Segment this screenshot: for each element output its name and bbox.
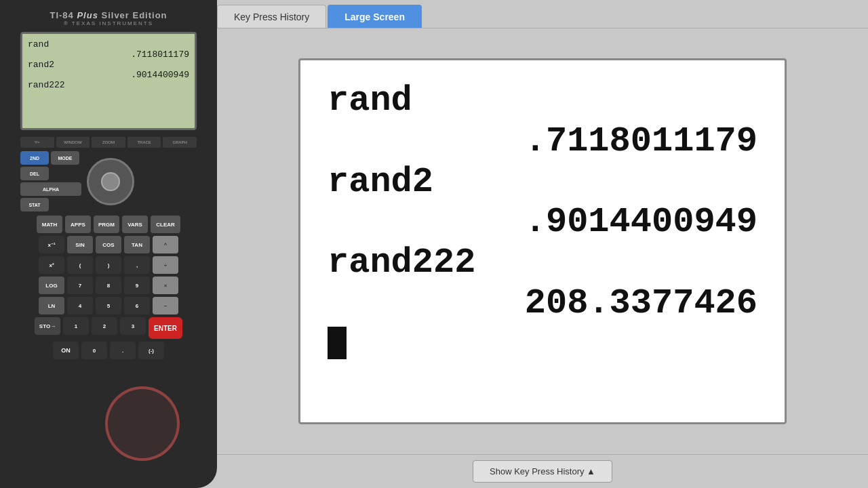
7-button[interactable]: 7: [67, 277, 93, 294]
clear-button[interactable]: CLEAR: [151, 216, 180, 233]
large-line-rand222-val: 208.3377426: [328, 283, 757, 324]
0-button[interactable]: 0: [81, 342, 107, 359]
del-button[interactable]: DEL: [20, 167, 49, 180]
tab-bar: Key Press History Large Screen: [217, 0, 868, 28]
zoom-button[interactable]: ZOOM: [92, 137, 125, 148]
screen-line-3: rand2: [28, 60, 189, 70]
large-line-rand222: rand222: [328, 243, 757, 283]
log-button[interactable]: LOG: [39, 277, 64, 294]
open-paren-button[interactable]: (: [67, 256, 93, 274]
comma-button[interactable]: ,: [124, 256, 150, 274]
large-line-rand-val: .7118011179: [328, 121, 757, 162]
brand-sub: ® TEXAS INSTRUMENTS: [50, 20, 167, 26]
left-buttons: 2ND MODE DEL ALPHA STAT: [20, 151, 81, 211]
apps-button[interactable]: APPS: [65, 216, 91, 233]
graph-button[interactable]: GRAPH: [163, 137, 197, 148]
calculator-panel: TI-84 Plus Silver Edition ® TEXAS INSTRU…: [0, 0, 217, 488]
subtract-button[interactable]: −: [153, 297, 178, 314]
multiply-button[interactable]: ×: [153, 277, 178, 294]
directional-center[interactable]: [101, 172, 120, 191]
y-equals-button[interactable]: Y=: [20, 137, 54, 148]
window-button[interactable]: WINDOW: [56, 137, 90, 148]
brand-name: TI-84 Plus Silver Edition: [50, 10, 167, 20]
screen-line-5: rand222: [28, 80, 189, 90]
math-button[interactable]: MATH: [37, 216, 62, 233]
calculator-screen: rand .7118011179 rand2 .9014400949 rand2…: [20, 32, 197, 130]
large-calculator-screen: rand .7118011179 rand2 .9014400949 rand2…: [298, 58, 787, 424]
enter-button[interactable]: ENTER: [149, 317, 182, 339]
prgm-button[interactable]: PRGM: [94, 216, 119, 233]
cursor-highlight: [105, 386, 180, 461]
negative-button[interactable]: (-): [138, 342, 164, 359]
2nd-button[interactable]: 2ND: [20, 151, 49, 165]
directional-pad[interactable]: [87, 158, 134, 205]
vars-button[interactable]: VARS: [122, 216, 148, 233]
large-line-rand2-val: .9014400949: [328, 202, 757, 243]
cos-button[interactable]: COS: [96, 236, 121, 253]
main-panel: Key Press History Large Screen rand .711…: [217, 0, 868, 488]
power-button[interactable]: ^: [153, 236, 178, 253]
trace-button[interactable]: TRACE: [127, 137, 161, 148]
bottom-bar: Show Key Press History ▲: [217, 454, 868, 488]
close-paren-button[interactable]: ): [96, 256, 121, 274]
5-button[interactable]: 5: [96, 297, 121, 314]
function-key-row: Y= WINDOW ZOOM TRACE GRAPH: [20, 137, 197, 148]
divide-button[interactable]: ÷: [153, 256, 178, 274]
stat-button[interactable]: STAT: [20, 198, 49, 211]
button-row-6: LOG 7 8 9 ×: [20, 277, 197, 294]
cursor-block: [328, 327, 347, 359]
sin-button[interactable]: SIN: [67, 236, 93, 253]
x-inverse-button[interactable]: x⁻¹: [39, 236, 64, 253]
x-squared-button[interactable]: x²: [39, 256, 64, 274]
screen-line-1: rand: [28, 39, 189, 49]
on-button[interactable]: ON: [53, 342, 79, 359]
tab-large-screen[interactable]: Large Screen: [328, 5, 422, 28]
ln-button[interactable]: LN: [39, 297, 64, 314]
large-line-rand2: rand2: [328, 162, 757, 203]
large-line-rand: rand: [328, 81, 757, 121]
screen-line-2: .7118011179: [28, 49, 189, 60]
alpha-button[interactable]: ALPHA: [20, 182, 81, 196]
2-button[interactable]: 2: [92, 317, 117, 335]
navigation-area: 2ND MODE DEL ALPHA STAT: [20, 151, 197, 211]
button-row-4: x⁻¹ SIN COS TAN ^: [20, 236, 197, 253]
8-button[interactable]: 8: [96, 277, 121, 294]
tan-button[interactable]: TAN: [124, 236, 150, 253]
button-row-3: MATH APPS PRGM VARS CLEAR: [20, 216, 197, 233]
6-button[interactable]: 6: [124, 297, 150, 314]
4-button[interactable]: 4: [67, 297, 93, 314]
decimal-button[interactable]: .: [110, 342, 136, 359]
show-history-button[interactable]: Show Key Press History ▲: [473, 460, 612, 483]
mode-button[interactable]: MODE: [51, 151, 79, 165]
3-button[interactable]: 3: [120, 317, 146, 335]
button-row-7: LN 4 5 6 −: [20, 297, 197, 314]
screen-line-4: .9014400949: [28, 70, 189, 80]
1-button[interactable]: 1: [63, 317, 89, 335]
button-row-5: x² ( ) , ÷: [20, 256, 197, 274]
large-screen-area: rand .7118011179 rand2 .9014400949 rand2…: [217, 28, 868, 454]
button-row-9: ON 0 . (-): [20, 342, 197, 359]
tab-key-press-history[interactable]: Key Press History: [217, 5, 326, 28]
9-button[interactable]: 9: [124, 277, 150, 294]
button-row-8: STO→ 1 2 3 ENTER: [20, 317, 197, 339]
sto-button[interactable]: STO→: [35, 317, 60, 335]
calculator-brand: TI-84 Plus Silver Edition ® TEXAS INSTRU…: [50, 10, 167, 26]
